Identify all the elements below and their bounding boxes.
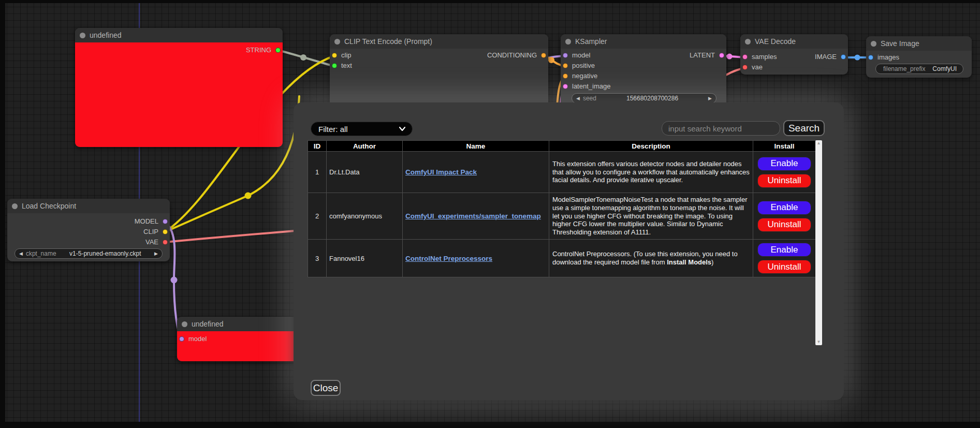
node-collapse-dot-icon[interactable] bbox=[182, 321, 187, 327]
filename-prefix-widget[interactable]: filename_prefix ComfyUI bbox=[875, 64, 963, 74]
output-slot-model[interactable] bbox=[163, 219, 168, 224]
search-input[interactable] bbox=[662, 121, 780, 136]
column-header-description: Description bbox=[549, 141, 753, 152]
enable-button[interactable]: Enable bbox=[757, 243, 811, 257]
canvas-edge bbox=[0, 0, 980, 3]
table-scrollbar[interactable]: ▲ ▼ bbox=[815, 140, 822, 345]
widget-value: v1-5-pruned-emaonly.ckpt bbox=[56, 250, 154, 257]
input-label-vae: vae bbox=[752, 63, 763, 71]
output-label-model: MODEL bbox=[135, 217, 158, 225]
scroll-down-icon[interactable]: ▼ bbox=[817, 339, 821, 345]
uninstall-button[interactable]: Uninstall bbox=[757, 260, 811, 274]
cell-author: comfyanonymous bbox=[327, 193, 403, 240]
input-slot-model[interactable] bbox=[563, 53, 568, 58]
output-slot-vae[interactable] bbox=[163, 240, 168, 245]
search-button[interactable]: Search bbox=[783, 120, 825, 136]
canvas-edge bbox=[0, 0, 5, 428]
input-label-text: text bbox=[341, 62, 352, 69]
node-save-image[interactable]: Save Image images filename_prefix ComfyU… bbox=[866, 36, 972, 78]
filter-dropdown[interactable]: Filter: all bbox=[311, 122, 413, 136]
output-slot-image[interactable] bbox=[841, 54, 846, 60]
node-title-bar[interactable]: CLIP Text Encode (Prompt) bbox=[330, 34, 548, 49]
input-label-model: model bbox=[188, 335, 207, 343]
node-title: Load Checkpoint bbox=[22, 202, 76, 210]
widget-label: seed bbox=[583, 95, 596, 102]
input-slot-model[interactable] bbox=[179, 336, 184, 342]
node-title: undefined bbox=[192, 320, 224, 328]
output-label-vae: VAE bbox=[145, 238, 158, 246]
scroll-up-icon[interactable]: ▲ bbox=[817, 140, 821, 146]
input-slot-negative[interactable] bbox=[563, 73, 568, 79]
node-title-bar[interactable]: VAE Decode bbox=[740, 34, 848, 49]
node-collapse-dot-icon[interactable] bbox=[745, 39, 751, 45]
uninstall-button[interactable]: Uninstall bbox=[757, 218, 811, 232]
column-header-author: Author bbox=[327, 141, 403, 152]
cell-id: 2 bbox=[308, 193, 327, 240]
table-header-row: ID Author Name Description Install bbox=[308, 141, 816, 152]
input-label-negative: negative bbox=[572, 72, 597, 80]
close-button[interactable]: Close bbox=[311, 380, 341, 396]
input-slot-text[interactable] bbox=[332, 63, 337, 68]
enable-button[interactable]: Enable bbox=[757, 201, 811, 215]
seed-widget[interactable]: ◀ seed 156680208700286 ▶ bbox=[572, 93, 716, 104]
input-label-latent-image: latent_image bbox=[572, 82, 610, 90]
node-ksampler[interactable]: KSampler model positive negative latent_… bbox=[561, 34, 726, 109]
decrement-arrow-icon[interactable]: ◀ bbox=[19, 248, 23, 259]
cell-id: 3 bbox=[308, 240, 327, 277]
table-row: 1 Dr.Lt.Data ComfyUI Impact Pack This ex… bbox=[308, 152, 816, 193]
uninstall-button[interactable]: Uninstall bbox=[757, 174, 811, 188]
input-slot-latent-image[interactable] bbox=[563, 84, 568, 89]
input-slot-vae[interactable] bbox=[742, 65, 748, 70]
cell-description: ControlNet Preprocessors. (To use this e… bbox=[549, 240, 753, 277]
enable-button[interactable]: Enable bbox=[757, 157, 811, 171]
input-slot-samples[interactable] bbox=[742, 54, 748, 60]
node-title-bar[interactable]: Load Checkpoint bbox=[7, 199, 170, 213]
input-slot-images[interactable] bbox=[868, 55, 873, 60]
decrement-arrow-icon[interactable]: ◀ bbox=[576, 93, 580, 104]
output-slot-string[interactable] bbox=[275, 48, 281, 53]
node-title: KSampler bbox=[575, 37, 607, 46]
cell-description: This extension offers various detector n… bbox=[549, 152, 753, 193]
increment-arrow-icon[interactable]: ▶ bbox=[154, 248, 158, 259]
node-collapse-dot-icon[interactable] bbox=[334, 39, 340, 45]
canvas-edge bbox=[0, 422, 980, 428]
node-title: undefined bbox=[90, 31, 122, 39]
extensions-table: ID Author Name Description Install 1 Dr.… bbox=[308, 140, 816, 277]
node-collapse-dot-icon[interactable] bbox=[12, 203, 18, 209]
increment-arrow-icon[interactable]: ▶ bbox=[708, 93, 712, 104]
extensions-table-container: ID Author Name Description Install 1 Dr.… bbox=[308, 140, 822, 345]
output-label-image: IMAGE bbox=[815, 53, 837, 61]
node-undefined-top[interactable]: undefined STRING bbox=[75, 28, 283, 147]
cell-description: ModelSamplerTonemapNoiseTest a node that… bbox=[549, 193, 753, 240]
node-title-bar[interactable]: KSampler bbox=[561, 34, 726, 49]
ckpt-name-widget[interactable]: ◀ ckpt_name v1-5-pruned-emaonly.ckpt ▶ bbox=[14, 248, 163, 259]
node-collapse-dot-icon[interactable] bbox=[80, 33, 85, 38]
widget-label: filename_prefix bbox=[883, 65, 925, 72]
widget-value: 156680208700286 bbox=[596, 95, 708, 102]
output-label-clip: CLIP bbox=[143, 228, 158, 235]
input-slot-positive[interactable] bbox=[563, 63, 568, 68]
node-title-bar[interactable]: Save Image bbox=[866, 36, 972, 51]
node-title: Save Image bbox=[881, 39, 919, 48]
table-row: 2 comfyanonymous ComfyUI_experiments/sam… bbox=[308, 193, 816, 240]
column-header-install: Install bbox=[753, 141, 816, 152]
node-vae-decode[interactable]: VAE Decode samples vae IMAGE bbox=[740, 34, 848, 75]
output-label-conditioning: CONDITIONING bbox=[487, 51, 537, 59]
extension-link[interactable]: ControlNet Preprocessors bbox=[405, 255, 492, 262]
output-slot-conditioning[interactable] bbox=[541, 53, 546, 58]
extension-link[interactable]: ComfyUI Impact Pack bbox=[405, 168, 477, 176]
node-collapse-dot-icon[interactable] bbox=[565, 39, 571, 45]
output-label-string: STRING bbox=[246, 46, 271, 54]
node-collapse-dot-icon[interactable] bbox=[871, 41, 876, 47]
output-slot-latent[interactable] bbox=[719, 53, 724, 58]
input-label-images: images bbox=[877, 53, 899, 61]
input-label-positive: positive bbox=[572, 62, 595, 69]
node-load-checkpoint[interactable]: Load Checkpoint MODEL CLIP VAE ◀ ckpt_na… bbox=[7, 199, 170, 261]
node-title-bar[interactable]: undefined bbox=[75, 28, 283, 42]
table-row: 3 Fannovel16 ControlNet Preprocessors Co… bbox=[308, 240, 816, 277]
column-header-name: Name bbox=[403, 141, 549, 152]
node-title: CLIP Text Encode (Prompt) bbox=[344, 37, 432, 46]
input-slot-clip[interactable] bbox=[332, 53, 337, 58]
output-slot-clip[interactable] bbox=[163, 229, 168, 234]
extension-link[interactable]: ComfyUI_experiments/sampler_tonemap bbox=[405, 212, 541, 220]
